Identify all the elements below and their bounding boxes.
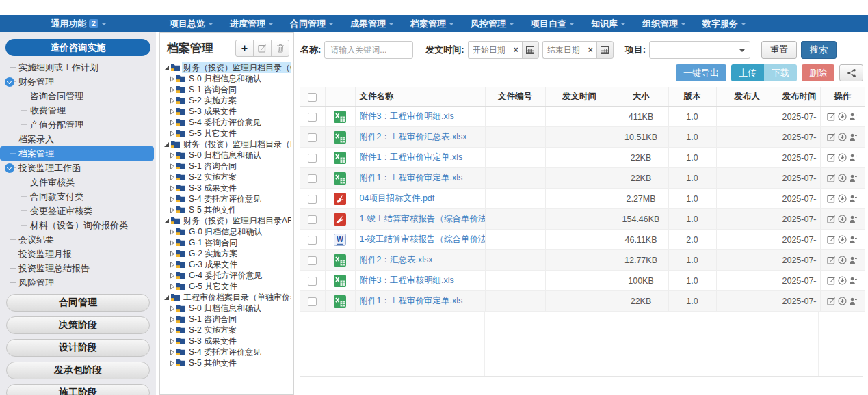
sidebar-item-咨询合同管理[interactable]: 咨询合同管理 [0,89,156,103]
sidebar-section-发承包阶段[interactable]: 发承包阶段 [6,362,150,379]
publish-icon[interactable] [849,215,858,223]
download-icon[interactable] [838,174,847,182]
nav-item-项目总览[interactable]: 项目总览 [170,18,213,30]
publish-icon[interactable] [849,133,858,141]
sidebar-item-风险管理[interactable]: 风险管理 [0,275,156,290]
expand-icon[interactable] [170,273,175,279]
end-date-calendar-button[interactable] [596,41,614,59]
sidebar-item-投资监理总结报告[interactable]: 投资监理总结报告 [0,261,156,275]
tree-child-node[interactable]: S-4 委托方评价意见 [169,117,291,128]
expand-icon[interactable] [170,109,175,115]
row-checkbox[interactable] [308,174,317,183]
tree-child-node[interactable]: S-4 委托方评价意见 [169,193,291,204]
edit-icon[interactable] [827,133,836,141]
nav-item-成果管理[interactable]: 成果管理 [350,18,394,30]
expand-icon[interactable] [170,120,175,126]
sidebar-item-档案录入[interactable]: 档案录入 [0,132,156,146]
sidebar-section-决策阶段[interactable]: 决策阶段 [6,316,150,334]
sidebar-item-产值分配管理[interactable]: 产值分配管理 [0,118,156,132]
sidebar-item-文件审核类[interactable]: 文件审核类 [0,175,156,189]
download-icon[interactable] [838,215,847,223]
file-name-link[interactable]: 附件3：工程审价明细.xls [360,111,454,121]
end-date-input[interactable] [542,41,585,59]
row-checkbox[interactable] [308,215,317,224]
expand-icon[interactable] [170,87,175,93]
nav-item-组织管理[interactable]: 组织管理 [642,18,686,30]
edit-icon[interactable] [827,297,836,305]
publish-icon[interactable] [849,297,858,305]
file-name-link[interactable]: 1-竣工结算审核报告（综合单价法）.docx [360,234,486,244]
tree-root-node[interactable]: 财务（投资）监理归档目录（C卷）(施工 [164,62,291,73]
download-icon[interactable] [838,112,847,121]
tree-child-node[interactable]: S-2 实施方案 [169,172,291,182]
tree-child-node[interactable]: G-3 成果文件 [169,259,291,270]
tree-child-node[interactable]: S-0 归档信息和确认 [169,303,291,314]
clear-start-date-button[interactable]: × [510,41,523,59]
search-button[interactable]: 搜索 [801,41,837,59]
sidebar-item-投资监理工作函[interactable]: 投资监理工作函 [0,161,156,175]
file-name-link[interactable]: 附件1：工程审价审定单.xls [360,296,463,305]
share-button[interactable] [839,64,863,81]
nav-item-档案管理[interactable]: 档案管理 [410,18,454,30]
tree-child-node[interactable]: S-5 其他文件 [169,204,291,215]
row-checkbox[interactable] [308,236,317,245]
row-checkbox[interactable] [308,256,317,265]
expand-icon[interactable] [170,229,175,235]
edit-icon[interactable] [827,276,836,285]
file-name-link[interactable]: 附件2：汇总表.xlsx [360,255,433,264]
sidebar-item-投资监理月报[interactable]: 投资监理月报 [0,247,156,261]
file-name-link[interactable]: 附件2：工程审价汇总表.xlsx [360,132,467,141]
tree-child-node[interactable]: S-3 成果文件 [169,336,291,346]
row-checkbox[interactable] [308,113,317,122]
collapse-circle-icon[interactable] [5,163,14,173]
expand-icon[interactable] [170,131,175,137]
edit-icon[interactable] [827,153,836,162]
expand-icon[interactable] [170,251,175,257]
publish-icon[interactable] [849,276,858,285]
expand-icon[interactable] [170,240,175,246]
tree-child-node[interactable]: S-1 咨询合同 [169,84,291,95]
expand-icon[interactable] [170,207,175,213]
nav-item-合同管理[interactable]: 合同管理 [290,18,334,30]
tree-child-node[interactable]: G-5 其它文件 [169,281,291,292]
tree-child-node[interactable]: S-1 咨询合同 [169,161,291,172]
expand-icon[interactable] [170,327,175,333]
start-date-input[interactable] [468,41,510,59]
sidebar-item-变更签证审核类[interactable]: 变更签证审核类 [0,204,156,218]
sidebar-item-合同款支付类[interactable]: 合同款支付类 [0,189,156,204]
tree-child-node[interactable]: S-0 归档信息和确认 [169,150,291,161]
tree-child-node[interactable]: S-4 委托方评价意见 [169,346,291,357]
publish-icon[interactable] [849,194,858,203]
export-all-button[interactable]: 一键导出 [676,64,726,81]
row-checkbox[interactable] [308,195,317,204]
expand-icon[interactable] [170,262,175,268]
download-icon[interactable] [838,153,847,162]
expand-icon[interactable] [170,196,175,202]
delete-button[interactable]: 删除 [802,64,834,81]
download-icon[interactable] [838,194,847,203]
row-checkbox[interactable] [308,133,317,142]
tree-child-node[interactable]: S-3 成果文件 [169,106,291,117]
file-name-link[interactable]: 附件1：工程审价审定单.xls [360,152,463,162]
expand-icon[interactable] [170,316,175,323]
tree-root-node[interactable]: 工程审价档案目录（单独审价卷） [164,292,291,303]
tree-root-node[interactable]: 财务（投资）监理归档目录AB（造价成果 [164,215,291,226]
sidebar-section-合同管理[interactable]: 合同管理 [6,294,150,312]
nav-item-知识库[interactable]: 知识库 [591,18,626,30]
expand-icon[interactable] [170,349,175,355]
download-icon[interactable] [838,256,847,264]
file-name-link[interactable]: 04项目招标文件.pdf [360,193,435,203]
project-select[interactable] [649,41,750,59]
tree-child-node[interactable]: G-2 实施方案 [169,248,291,259]
tree-child-node[interactable]: G-0 归档信息和确认 [169,226,291,237]
tree-child-node[interactable]: S-2 实施方案 [169,325,291,336]
sidebar-item-实施细则或工作计划[interactable]: 实施细则或工作计划 [0,60,156,74]
nav-item-general-functions[interactable]: 通用功能 2 [0,18,157,30]
reset-button[interactable]: 重置 [761,41,797,59]
collapse-icon[interactable] [164,219,169,223]
publish-icon[interactable] [849,256,858,264]
upload-button[interactable]: 上传 [731,64,764,81]
tree-root-node[interactable]: 财务（投资）监理归档目录（D卷） （专 [164,139,291,150]
sidebar-item-档案管理[interactable]: 档案管理 [0,146,154,161]
select-all-checkbox[interactable] [308,93,317,102]
